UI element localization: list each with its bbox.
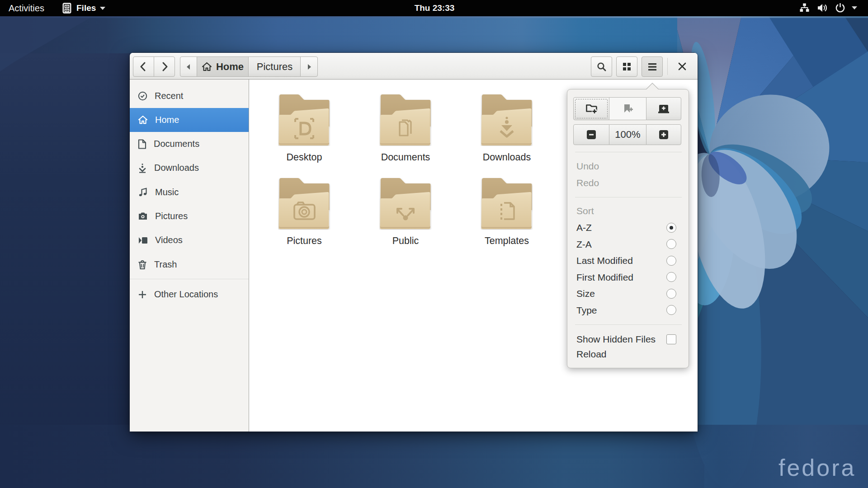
- svg-text:fedora: fedora: [778, 455, 856, 481]
